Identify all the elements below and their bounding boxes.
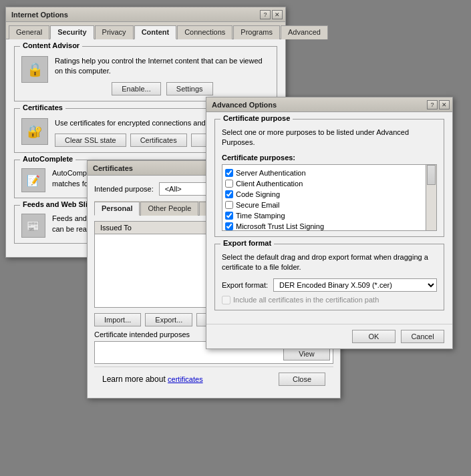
title-bar-buttons: ? ✕ [260,10,283,19]
autocomplete-label: AutoComplete [20,155,75,163]
cert-purpose-desc: Select one or more purposes to be listed… [222,128,437,148]
cert-purpose-item-label-0: Server Authentication [236,169,306,177]
include-certs-row: Include all certificates in the certific… [222,296,437,304]
autocomplete-icon: 📝 [21,168,45,192]
export-format-field-label: Export format: [222,281,268,289]
certs-dialog-title: Certificates [90,164,133,172]
cert-purpose-item-label-1: Client Authentication [236,180,303,188]
view-button[interactable]: View [283,347,330,361]
scrollbar-track[interactable] [426,165,436,230]
settings-button[interactable]: Settings [166,82,213,95]
cert-purposes-list: Server Authentication Client Authenticat… [222,164,437,231]
export-button[interactable]: Export... [145,313,192,326]
advanced-content: Certificate purpose Select one or more p… [206,112,452,324]
tab-general[interactable]: General [9,25,49,39]
tab-advanced[interactable]: Advanced [281,25,328,39]
export-format-desc: Select the default drag and drop export … [222,252,437,273]
ok-button[interactable]: OK [352,330,396,343]
export-format-label: Export format [220,239,274,247]
cert-purpose-checkbox-2[interactable] [225,190,233,198]
advanced-help-button[interactable]: ? [427,100,438,109]
content-advisor-label: Content Advisor [20,41,82,49]
enable-button[interactable]: Enable... [112,82,160,95]
cert-tab-other[interactable]: Other People [140,202,198,216]
advisor-text: Ratings help you control the Internet co… [55,56,270,77]
cert-tab-personal[interactable]: Personal [94,202,140,216]
cert-purpose-checkbox-5[interactable] [225,222,233,230]
scrollbar-thumb [427,165,436,185]
cert-purpose-group: Certificate purpose Select one or more p… [214,119,444,237]
cert-purpose-group-label: Certificate purpose [220,114,293,122]
tab-security[interactable]: Security [50,25,94,39]
cert-purpose-item-1: Client Authentication [225,178,424,189]
main-tab-strip: General Security Privacy Content Connect… [6,22,285,39]
cert-purpose-item-2: Code Signing [225,189,424,200]
cert-purpose-checkbox-3[interactable] [225,201,233,209]
view-btn-row: View [98,347,330,361]
include-certs-label: Include all certificates in the certific… [233,296,379,304]
include-certs-checkbox [222,296,230,304]
cert-col-issued-to: Issued To [95,222,214,234]
cert-purpose-item-4: Time Stamping [225,210,424,221]
learn-more-text: Learn more about certificates [102,375,203,384]
advisor-buttons: Enable... Settings [55,82,270,95]
advanced-title-buttons: ? ✕ [427,100,450,109]
certs-icon: 🔐 [21,118,48,145]
help-button[interactable]: ? [260,10,271,19]
cert-purpose-item-label-4: Time Stamping [236,212,285,220]
internet-options-title-bar: Internet Options ? ✕ [6,7,285,22]
cert-purpose-item-label-3: Secure Email [236,201,279,209]
close-dialog-button[interactable]: Close [279,373,325,386]
export-row: Export format: DER Encoded Binary X.509 … [222,278,437,292]
feeds-icon: 📰 [21,214,45,238]
cert-purpose-item-3: Secure Email [225,200,424,210]
export-format-select[interactable]: DER Encoded Binary X.509 (*.cer) [273,278,437,292]
advanced-options-dialog: Advanced Options ? ✕ Certificate purpose… [206,97,453,349]
content-advisor-inner: 🔒 Ratings help you control the Internet … [21,56,270,95]
advanced-close-button[interactable]: ✕ [439,100,450,109]
cert-purpose-item-5: Microsoft Trust List Signing [225,221,424,231]
import-button[interactable]: Import... [94,313,141,326]
close-button[interactable]: ✕ [272,10,283,19]
advanced-dialog-title: Advanced Options [209,101,277,109]
cancel-button[interactable]: Cancel [401,330,444,343]
advanced-title-bar: Advanced Options ? ✕ [206,97,452,112]
internet-options-title: Internet Options [9,11,68,19]
intended-purpose-label: Intended purpose: [94,185,154,193]
cert-purposes-sub-label: Certificate purposes: [222,154,437,162]
tab-content[interactable]: Content [134,25,177,39]
certificates-button[interactable]: Certificates [130,134,187,147]
cert-purpose-item-label-5: Microsoft Trust List Signing [236,222,324,230]
cert-purpose-checkbox-4[interactable] [225,212,233,220]
learn-more-row: Learn more about certificates Close [94,367,333,391]
tab-privacy[interactable]: Privacy [95,25,134,39]
cert-purpose-item-0: Server Authentication [225,168,424,178]
cert-purpose-checkbox-1[interactable] [225,180,233,188]
learn-more-link[interactable]: certificates [168,375,203,383]
tab-programs[interactable]: Programs [233,25,280,39]
export-format-group: Export format Select the default drag an… [214,244,444,310]
cert-purpose-item-label-2: Code Signing [236,190,280,198]
tab-connections[interactable]: Connections [177,25,232,39]
content-advisor-section: Content Advisor 🔒 Ratings help you contr… [14,46,277,101]
advisor-icon: 🔒 [21,56,48,83]
advanced-dialog-buttons: OK Cancel [206,324,452,348]
certificates-section-label: Certificates [20,103,65,111]
cert-purpose-checkbox-0[interactable] [225,169,233,177]
clear-ssl-button[interactable]: Clear SSL state [55,134,126,147]
